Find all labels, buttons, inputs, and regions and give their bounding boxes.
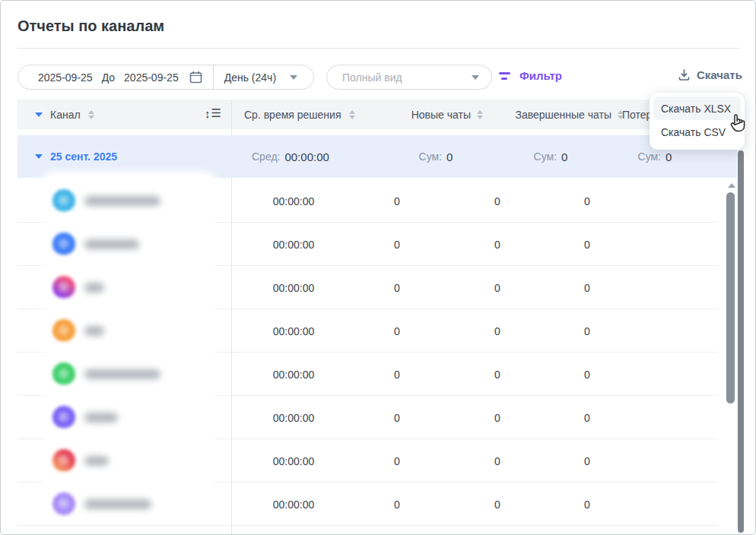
screenshot-stage: Отчеты по каналам 2025-09-25 До 2025-09-… — [0, 0, 756, 535]
page-scrollbar-thumb[interactable] — [738, 150, 744, 533]
cell-new-chats: 0 — [359, 179, 435, 223]
group-sum-new: Сум: 0 — [398, 135, 474, 178]
channel-icon — [52, 362, 75, 385]
avg-label: Сред: — [252, 150, 280, 163]
cell-closed-chats: 0 — [459, 396, 535, 439]
page-title: Отчеты по каналам — [17, 17, 164, 35]
cell-avg-time: 00:00:00 — [252, 439, 335, 483]
cell-new-chats: 0 — [359, 266, 435, 309]
group-summary-row[interactable]: 25 сент. 2025 Сред: 00:00:00 Сум: 0 Сум:… — [17, 135, 737, 178]
sort-icon[interactable] — [349, 110, 355, 119]
collapse-all-icon[interactable] — [35, 112, 43, 117]
group-avg-time: Сред: 00:00:00 — [252, 135, 329, 178]
period-select[interactable]: День (24ч) — [214, 71, 310, 84]
cell-lost-chats: 0 — [549, 179, 625, 223]
chevron-down-icon — [290, 75, 297, 80]
cell-closed-chats: 0 — [459, 179, 535, 223]
channel-icon — [52, 189, 75, 212]
column-header-channel[interactable]: Канал — [35, 100, 94, 129]
table-row[interactable]: 00:00:00 0 0 0 — [17, 309, 726, 353]
period-value: День (24ч) — [224, 71, 276, 84]
channel-name-redacted — [84, 369, 160, 379]
cell-closed-chats: 0 — [459, 353, 535, 396]
date-from-value[interactable]: 2025-09-25 — [38, 71, 93, 84]
sum-value: 0 — [446, 150, 453, 163]
column-label: Новые чаты — [411, 109, 471, 121]
cell-new-chats: 0 — [359, 223, 435, 266]
download-button[interactable]: Скачать — [678, 68, 742, 81]
reports-panel: Отчеты по каналам 2025-09-25 До 2025-09-… — [0, 0, 756, 535]
cell-new-chats: 0 — [359, 439, 435, 483]
view-mode-placeholder: Полный вид — [342, 71, 402, 84]
column-label: Завершенные чаты — [515, 109, 611, 121]
date-range-values[interactable]: 2025-09-25 До 2025-09-25 — [18, 71, 213, 84]
date-between-label: До — [102, 71, 115, 84]
collapse-group-icon[interactable] — [35, 154, 43, 159]
table-header: Канал ↕☰ Ср. время решения Новые чаты За… — [17, 100, 726, 129]
channel-name-redacted — [84, 239, 139, 249]
view-mode-select[interactable]: Полный вид — [326, 65, 492, 90]
cell-lost-chats: 0 — [549, 266, 625, 309]
date-range-control[interactable]: 2025-09-25 До 2025-09-25 День (24ч) — [17, 65, 314, 90]
cell-lost-chats: 0 — [549, 353, 625, 396]
cell-lost-chats: 0 — [549, 483, 625, 526]
table-row[interactable]: 00:00:00 0 0 0 — [17, 179, 726, 223]
cell-new-chats: 0 — [359, 396, 435, 439]
cell-closed-chats: 0 — [459, 483, 535, 526]
table-row[interactable]: 00:00:00 0 0 0 — [17, 266, 726, 309]
group-sum-closed: Сум: 0 — [513, 135, 589, 178]
group-date-label: 25 сент. 2025 — [50, 150, 117, 163]
column-header-closed-chats[interactable]: Завершенные чаты — [474, 100, 624, 129]
filter-icon — [499, 72, 510, 80]
sort-icon[interactable] — [88, 110, 94, 119]
channel-name-redacted — [84, 283, 104, 293]
table-row[interactable]: 00:00:00 0 0 0 — [17, 353, 726, 396]
cell-closed-chats: 0 — [459, 439, 535, 483]
table-row[interactable]: 00:00:00 0 0 0 — [17, 483, 726, 526]
cell-closed-chats: 0 — [459, 223, 535, 266]
scroll-up-arrow-icon[interactable] — [728, 183, 735, 188]
channel-icon — [52, 233, 75, 255]
avg-value: 00:00:00 — [284, 150, 329, 163]
cell-avg-time: 00:00:00 — [252, 353, 335, 396]
date-to-value[interactable]: 2025-09-25 — [124, 71, 179, 84]
group-toggle[interactable]: 25 сент. 2025 — [35, 135, 117, 178]
table-row[interactable]: 00:00:00 0 0 0 — [17, 439, 726, 483]
channel-name-redacted — [84, 413, 118, 423]
table-row[interactable]: 00:00:00 0 0 0 — [17, 396, 726, 439]
channel-icon — [52, 319, 75, 342]
sum-value: 0 — [561, 150, 567, 163]
channel-name-redacted — [84, 326, 104, 336]
cell-avg-time: 00:00:00 — [252, 483, 335, 526]
channel-name-redacted — [84, 499, 151, 509]
calendar-icon[interactable] — [189, 71, 202, 84]
cell-lost-chats: 0 — [549, 396, 625, 439]
row-height-icon[interactable]: ↕☰ — [205, 106, 221, 120]
channel-icon — [52, 492, 75, 515]
cell-avg-time: 00:00:00 — [252, 396, 335, 439]
channel-name-redacted — [84, 196, 160, 206]
table-row[interactable]: 00:00:00 0 0 0 — [17, 223, 726, 266]
cell-avg-time: 00:00:00 — [252, 266, 335, 309]
cell-new-chats: 0 — [359, 353, 435, 396]
filter-button[interactable]: Фильтр — [499, 69, 562, 82]
sum-label: Сум: — [419, 150, 442, 163]
table-scrollbar-thumb[interactable] — [726, 192, 735, 404]
row-divider — [17, 525, 718, 526]
cell-lost-chats: 0 — [549, 309, 625, 353]
table-body: 00:00:00 0 0 0 00:00:00 0 0 0 00:00:00 0… — [17, 179, 726, 526]
column-header-new-chats[interactable]: Новые чаты — [367, 100, 483, 129]
cell-lost-chats: 0 — [549, 223, 625, 266]
column-label: Ср. время решения — [244, 109, 341, 121]
channel-icon — [52, 276, 75, 299]
title-divider — [17, 48, 740, 49]
column-label: Канал — [50, 109, 81, 121]
cell-avg-time: 00:00:00 — [252, 179, 335, 223]
column-header-avg-time[interactable]: Ср. время решения — [244, 100, 355, 129]
cell-lost-chats: 0 — [549, 439, 625, 483]
mouse-cursor-icon — [728, 112, 748, 136]
sum-label: Сум: — [534, 150, 557, 163]
channel-icon — [52, 406, 75, 429]
filter-button-label: Фильтр — [519, 69, 562, 82]
cell-closed-chats: 0 — [459, 309, 535, 353]
